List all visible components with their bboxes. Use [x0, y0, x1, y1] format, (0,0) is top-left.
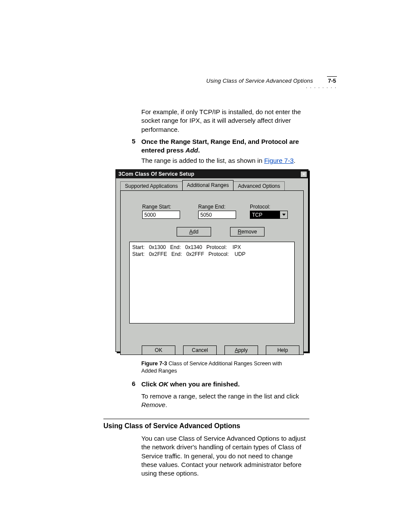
page-number: 7-5	[327, 76, 337, 84]
apply-post: pply	[238, 347, 248, 353]
figure-7-3-caption: Figure 7-3 Class of Service Additional R…	[141, 360, 296, 375]
label-range-end: Range End:	[198, 204, 246, 210]
tab-supported-applications[interactable]: Supported Applications	[120, 181, 183, 191]
remove-a: To remove a range, select the range in t…	[141, 392, 299, 400]
cancel-button[interactable]: Cancel	[183, 345, 217, 355]
step-5-text: Once the Range Start, Range End, and Pro…	[141, 137, 309, 155]
protocol-dropdown[interactable]: TCP	[250, 211, 297, 219]
section-heading: Using Class of Service Advanced Options	[103, 422, 240, 430]
step-5-line2b: .	[198, 146, 200, 154]
add-button[interactable]: Add	[177, 227, 211, 236]
dialog-client: Supported Applications Additional Ranges…	[116, 178, 308, 359]
step6-b: when you are finished.	[168, 380, 240, 388]
paragraph-remove: To remove a range, select the range in t…	[141, 392, 309, 410]
add-underline: A	[189, 229, 193, 235]
range-added-a: The range is added to the list, as shown…	[141, 157, 264, 164]
dialog-title: 3Com Class Of Service Setup	[118, 171, 194, 177]
step-6-text: Click OK when you are finished.	[141, 380, 309, 389]
help-button[interactable]: Help	[266, 345, 299, 355]
running-header: Using Class of Service Advanced Options …	[206, 77, 337, 84]
field-range-start: Range Start:	[142, 204, 190, 219]
dialog-titlebar: 3Com Class Of Service Setup ×	[116, 170, 308, 178]
step-6-number: 6	[132, 380, 135, 387]
paragraph-range-added: The range is added to the list, as shown…	[141, 156, 309, 165]
remove-em: Remove	[141, 401, 165, 408]
step6-ok-em: OK	[159, 380, 168, 388]
label-range-start: Range Start:	[142, 204, 190, 210]
figure-7-3-link[interactable]: Figure 7-3	[264, 157, 293, 164]
tab-panel-additional-ranges: Range Start: Range End: Protocol: TCP	[120, 190, 304, 355]
remove-post: emove	[241, 229, 257, 235]
tab-row: Supported Applications Additional Ranges…	[120, 181, 304, 190]
input-range-end[interactable]	[198, 211, 236, 219]
ok-button[interactable]: OK	[142, 345, 175, 355]
close-button[interactable]: ×	[300, 171, 307, 177]
section-rule	[103, 419, 309, 419]
tab-additional-ranges[interactable]: Additional Ranges	[182, 180, 234, 190]
remove-button[interactable]: Remove	[230, 227, 265, 236]
field-protocol: Protocol: TCP	[250, 204, 297, 219]
dialog-button-row: OK Cancel Apply Help	[116, 345, 308, 355]
apply-button[interactable]: Apply	[224, 345, 258, 355]
step-5-line2a: entered press	[141, 146, 186, 154]
step6-a: Click	[141, 380, 159, 388]
label-protocol: Protocol:	[250, 204, 297, 210]
field-range-end: Range End:	[198, 204, 246, 219]
protocol-selected: TCP	[250, 211, 280, 219]
apply-underline: A	[235, 347, 238, 353]
paragraph-advanced: You can use Class of Service Advanced Op…	[141, 434, 309, 478]
chevron-down-icon	[282, 214, 286, 216]
range-added-b: .	[294, 157, 296, 164]
remove-underline: R	[238, 229, 242, 235]
header-ornament: · · · · · · · ·	[306, 85, 337, 90]
step-5-add-em: Add	[186, 146, 198, 154]
tab-advanced-options[interactable]: Advanced Options	[233, 181, 285, 191]
ranges-listbox[interactable]: Start: 0x1300 End: 0x1340 Protocol: IPX …	[129, 242, 295, 324]
figure-label: Figure 7-3	[141, 361, 167, 367]
cos-setup-dialog: 3Com Class Of Service Setup × Supported …	[115, 169, 308, 352]
remove-b: .	[165, 401, 167, 408]
input-range-start[interactable]	[142, 211, 180, 219]
paragraph-example: For example, if only TCP/IP is installed…	[141, 108, 309, 134]
step-5-number: 5	[132, 137, 135, 145]
protocol-dropdown-button[interactable]	[280, 211, 288, 219]
step-5-line1: Once the Range Start, Range End, and Pro…	[141, 138, 299, 145]
add-post: dd	[193, 229, 198, 235]
running-title: Using Class of Service Advanced Options	[206, 78, 313, 84]
